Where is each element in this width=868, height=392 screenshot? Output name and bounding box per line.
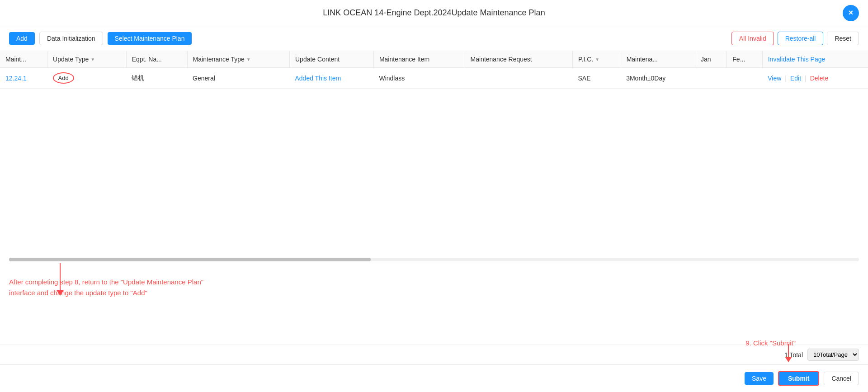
cell-maint: 12.24.1 bbox=[0, 68, 47, 89]
modal-header: LINK OCEAN 14-Engine Dept.2024Update Mai… bbox=[0, 0, 868, 26]
footer-bar: 9. Click "Submit" Save Submit Cancel bbox=[0, 364, 868, 392]
edit-action[interactable]: Edit bbox=[790, 75, 801, 82]
page-size-select[interactable]: 10Total/Page 20Total/Page 50Total/Page bbox=[807, 349, 859, 361]
th-eqpt-na: Eqpt. Na... bbox=[126, 51, 187, 68]
toolbar-right: All Invalid Restore-all Reset bbox=[731, 32, 859, 45]
pagination-area: 1 Total 10Total/Page 20Total/Page 50Tota… bbox=[0, 345, 868, 364]
close-button[interactable]: × bbox=[843, 5, 859, 21]
cell-maintenance-item: Windlass bbox=[373, 68, 465, 89]
th-fe: Fe... bbox=[727, 51, 762, 68]
annotation-text: After completing step 8, return to the "… bbox=[9, 277, 859, 298]
cell-jan bbox=[695, 68, 726, 89]
reset-button[interactable]: Reset bbox=[827, 32, 859, 45]
scrollbar-thumb[interactable] bbox=[9, 258, 371, 261]
cell-maintenance-type: General bbox=[187, 68, 289, 89]
update-type-add-badge[interactable]: Add bbox=[53, 72, 74, 84]
th-maintenance-item: Maintenance Item bbox=[373, 51, 465, 68]
modal-container: LINK OCEAN 14-Engine Dept.2024Update Mai… bbox=[0, 0, 868, 392]
th-update-content: Update Content bbox=[290, 51, 374, 68]
update-type-dropdown-icon: ▼ bbox=[90, 57, 95, 62]
toolbar: Add Data Initialization Select Maintenan… bbox=[0, 26, 868, 51]
select-maintenance-plan-button[interactable]: Select Maintenance Plan bbox=[108, 32, 192, 45]
pic-dropdown-icon: ▼ bbox=[595, 57, 599, 62]
save-button[interactable]: Save bbox=[745, 372, 774, 385]
maintenance-type-dropdown-icon: ▼ bbox=[246, 57, 251, 62]
submit-button[interactable]: Submit bbox=[778, 371, 819, 386]
cell-actions: View | Edit | Delete bbox=[762, 68, 868, 89]
annotation-area: After completing step 8, return to the "… bbox=[0, 263, 868, 345]
cancel-button[interactable]: Cancel bbox=[824, 372, 859, 385]
cell-fe bbox=[727, 68, 762, 89]
all-invalid-button[interactable]: All Invalid bbox=[731, 32, 774, 45]
th-maintenaa: Maintena... bbox=[621, 51, 695, 68]
cell-maintenance-request bbox=[465, 68, 572, 89]
th-pic[interactable]: P.I.C. ▼ bbox=[572, 51, 621, 68]
th-jan: Jan bbox=[695, 51, 726, 68]
step-arrow bbox=[57, 263, 64, 296]
view-action[interactable]: View bbox=[768, 75, 781, 82]
th-maintenance-request: Maintenance Request bbox=[465, 51, 572, 68]
table-header-row: Maint... Update Type ▼ Eqpt. Na... Maint… bbox=[0, 51, 868, 68]
cell-update-content: Added This Item bbox=[290, 68, 374, 89]
horizontal-scrollbar[interactable] bbox=[9, 258, 859, 261]
submit-arrow bbox=[785, 344, 792, 362]
data-initialization-button[interactable]: Data Initialization bbox=[39, 32, 103, 45]
restore-all-button[interactable]: Restore-all bbox=[778, 32, 824, 45]
cell-eqpt-na: 锚机 bbox=[126, 68, 187, 89]
th-maintenance-type[interactable]: Maintenance Type ▼ bbox=[187, 51, 289, 68]
delete-action[interactable]: Delete bbox=[810, 75, 828, 82]
th-maint: Maint... bbox=[0, 51, 47, 68]
maintenance-table: Maint... Update Type ▼ Eqpt. Na... Maint… bbox=[0, 51, 868, 89]
add-button[interactable]: Add bbox=[9, 32, 35, 45]
cell-maintenaa: 3Month±0Day bbox=[621, 68, 695, 89]
cell-update-type: Add bbox=[47, 68, 127, 89]
th-update-type[interactable]: Update Type ▼ bbox=[47, 51, 127, 68]
modal-title: LINK OCEAN 14-Engine Dept.2024Update Mai… bbox=[323, 8, 545, 18]
table-row: 12.24.1 Add 锚机 General Added This Item W… bbox=[0, 68, 868, 89]
th-invalidate: Invalidate This Page bbox=[762, 51, 868, 68]
table-container: Maint... Update Type ▼ Eqpt. Na... Maint… bbox=[0, 51, 868, 256]
cell-pic: SAE bbox=[572, 68, 621, 89]
